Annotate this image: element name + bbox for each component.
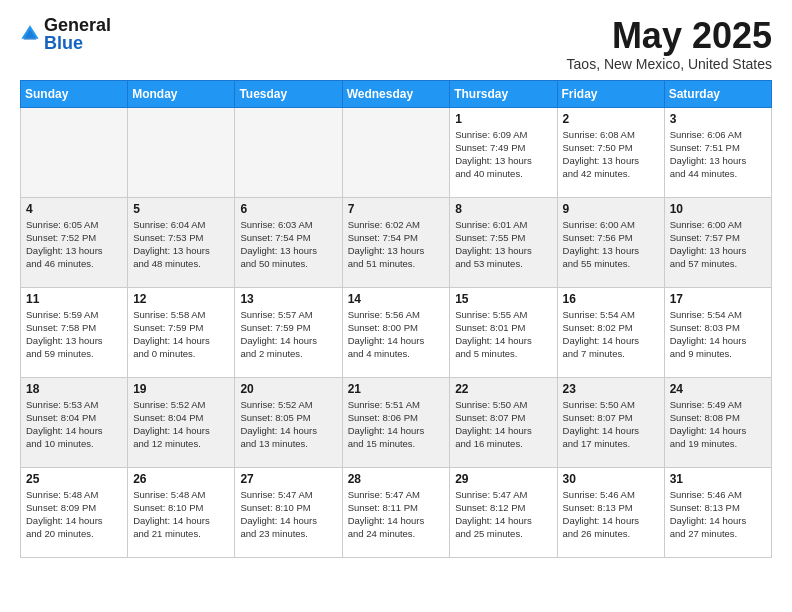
day-info: Sunrise: 6:06 AM Sunset: 7:51 PM Dayligh… bbox=[670, 128, 766, 181]
weekday-header-saturday: Saturday bbox=[664, 80, 771, 107]
day-number: 26 bbox=[133, 472, 229, 486]
calendar-week-row: 11Sunrise: 5:59 AM Sunset: 7:58 PM Dayli… bbox=[21, 287, 772, 377]
logo: General Blue bbox=[20, 16, 111, 52]
day-info: Sunrise: 6:00 AM Sunset: 7:57 PM Dayligh… bbox=[670, 218, 766, 271]
day-number: 10 bbox=[670, 202, 766, 216]
day-info: Sunrise: 5:50 AM Sunset: 8:07 PM Dayligh… bbox=[563, 398, 659, 451]
calendar-day-cell: 26Sunrise: 5:48 AM Sunset: 8:10 PM Dayli… bbox=[128, 467, 235, 557]
title-block: May 2025 Taos, New Mexico, United States bbox=[567, 16, 772, 72]
logo-blue-text: Blue bbox=[44, 34, 111, 52]
calendar-day-cell: 9Sunrise: 6:00 AM Sunset: 7:56 PM Daylig… bbox=[557, 197, 664, 287]
calendar-day-cell: 2Sunrise: 6:08 AM Sunset: 7:50 PM Daylig… bbox=[557, 107, 664, 197]
calendar-day-cell: 23Sunrise: 5:50 AM Sunset: 8:07 PM Dayli… bbox=[557, 377, 664, 467]
calendar-day-cell: 20Sunrise: 5:52 AM Sunset: 8:05 PM Dayli… bbox=[235, 377, 342, 467]
calendar-day-cell: 11Sunrise: 5:59 AM Sunset: 7:58 PM Dayli… bbox=[21, 287, 128, 377]
logo-icon bbox=[20, 24, 40, 44]
calendar-day-cell: 8Sunrise: 6:01 AM Sunset: 7:55 PM Daylig… bbox=[450, 197, 557, 287]
day-info: Sunrise: 5:46 AM Sunset: 8:13 PM Dayligh… bbox=[670, 488, 766, 541]
day-info: Sunrise: 5:52 AM Sunset: 8:04 PM Dayligh… bbox=[133, 398, 229, 451]
calendar-day-cell: 13Sunrise: 5:57 AM Sunset: 7:59 PM Dayli… bbox=[235, 287, 342, 377]
day-number: 8 bbox=[455, 202, 551, 216]
calendar-day-cell: 3Sunrise: 6:06 AM Sunset: 7:51 PM Daylig… bbox=[664, 107, 771, 197]
day-number: 27 bbox=[240, 472, 336, 486]
calendar-day-cell: 7Sunrise: 6:02 AM Sunset: 7:54 PM Daylig… bbox=[342, 197, 450, 287]
day-number: 9 bbox=[563, 202, 659, 216]
calendar-week-row: 25Sunrise: 5:48 AM Sunset: 8:09 PM Dayli… bbox=[21, 467, 772, 557]
day-number: 5 bbox=[133, 202, 229, 216]
day-number: 1 bbox=[455, 112, 551, 126]
calendar-day-cell: 27Sunrise: 5:47 AM Sunset: 8:10 PM Dayli… bbox=[235, 467, 342, 557]
calendar-day-cell: 12Sunrise: 5:58 AM Sunset: 7:59 PM Dayli… bbox=[128, 287, 235, 377]
day-info: Sunrise: 5:52 AM Sunset: 8:05 PM Dayligh… bbox=[240, 398, 336, 451]
calendar-day-cell: 25Sunrise: 5:48 AM Sunset: 8:09 PM Dayli… bbox=[21, 467, 128, 557]
weekday-header-wednesday: Wednesday bbox=[342, 80, 450, 107]
calendar-week-row: 4Sunrise: 6:05 AM Sunset: 7:52 PM Daylig… bbox=[21, 197, 772, 287]
day-info: Sunrise: 5:57 AM Sunset: 7:59 PM Dayligh… bbox=[240, 308, 336, 361]
weekday-header-tuesday: Tuesday bbox=[235, 80, 342, 107]
calendar-day-cell: 30Sunrise: 5:46 AM Sunset: 8:13 PM Dayli… bbox=[557, 467, 664, 557]
calendar-day-cell: 29Sunrise: 5:47 AM Sunset: 8:12 PM Dayli… bbox=[450, 467, 557, 557]
calendar-table: SundayMondayTuesdayWednesdayThursdayFrid… bbox=[20, 80, 772, 558]
calendar-day-cell: 24Sunrise: 5:49 AM Sunset: 8:08 PM Dayli… bbox=[664, 377, 771, 467]
day-info: Sunrise: 5:54 AM Sunset: 8:02 PM Dayligh… bbox=[563, 308, 659, 361]
day-info: Sunrise: 5:55 AM Sunset: 8:01 PM Dayligh… bbox=[455, 308, 551, 361]
day-info: Sunrise: 5:46 AM Sunset: 8:13 PM Dayligh… bbox=[563, 488, 659, 541]
calendar-day-cell: 6Sunrise: 6:03 AM Sunset: 7:54 PM Daylig… bbox=[235, 197, 342, 287]
day-info: Sunrise: 5:47 AM Sunset: 8:12 PM Dayligh… bbox=[455, 488, 551, 541]
day-number: 29 bbox=[455, 472, 551, 486]
calendar-day-cell: 5Sunrise: 6:04 AM Sunset: 7:53 PM Daylig… bbox=[128, 197, 235, 287]
day-number: 13 bbox=[240, 292, 336, 306]
calendar-day-cell: 28Sunrise: 5:47 AM Sunset: 8:11 PM Dayli… bbox=[342, 467, 450, 557]
day-number: 23 bbox=[563, 382, 659, 396]
day-info: Sunrise: 5:48 AM Sunset: 8:09 PM Dayligh… bbox=[26, 488, 122, 541]
day-info: Sunrise: 5:56 AM Sunset: 8:00 PM Dayligh… bbox=[348, 308, 445, 361]
calendar-day-cell bbox=[128, 107, 235, 197]
day-number: 12 bbox=[133, 292, 229, 306]
day-info: Sunrise: 6:00 AM Sunset: 7:56 PM Dayligh… bbox=[563, 218, 659, 271]
day-info: Sunrise: 6:01 AM Sunset: 7:55 PM Dayligh… bbox=[455, 218, 551, 271]
calendar-day-cell: 15Sunrise: 5:55 AM Sunset: 8:01 PM Dayli… bbox=[450, 287, 557, 377]
calendar-week-row: 1Sunrise: 6:09 AM Sunset: 7:49 PM Daylig… bbox=[21, 107, 772, 197]
day-number: 17 bbox=[670, 292, 766, 306]
calendar-day-cell bbox=[235, 107, 342, 197]
calendar-day-cell bbox=[342, 107, 450, 197]
weekday-header-monday: Monday bbox=[128, 80, 235, 107]
page-header: General Blue May 2025 Taos, New Mexico, … bbox=[20, 16, 772, 72]
day-info: Sunrise: 5:59 AM Sunset: 7:58 PM Dayligh… bbox=[26, 308, 122, 361]
calendar-day-cell: 16Sunrise: 5:54 AM Sunset: 8:02 PM Dayli… bbox=[557, 287, 664, 377]
day-number: 4 bbox=[26, 202, 122, 216]
calendar-day-cell: 21Sunrise: 5:51 AM Sunset: 8:06 PM Dayli… bbox=[342, 377, 450, 467]
day-info: Sunrise: 5:47 AM Sunset: 8:10 PM Dayligh… bbox=[240, 488, 336, 541]
calendar-day-cell bbox=[21, 107, 128, 197]
day-number: 18 bbox=[26, 382, 122, 396]
day-number: 24 bbox=[670, 382, 766, 396]
day-info: Sunrise: 6:05 AM Sunset: 7:52 PM Dayligh… bbox=[26, 218, 122, 271]
weekday-header-friday: Friday bbox=[557, 80, 664, 107]
calendar-day-cell: 4Sunrise: 6:05 AM Sunset: 7:52 PM Daylig… bbox=[21, 197, 128, 287]
day-number: 14 bbox=[348, 292, 445, 306]
day-number: 2 bbox=[563, 112, 659, 126]
day-info: Sunrise: 5:48 AM Sunset: 8:10 PM Dayligh… bbox=[133, 488, 229, 541]
day-number: 21 bbox=[348, 382, 445, 396]
page-container: General Blue May 2025 Taos, New Mexico, … bbox=[20, 16, 772, 558]
day-number: 22 bbox=[455, 382, 551, 396]
day-number: 20 bbox=[240, 382, 336, 396]
day-info: Sunrise: 5:47 AM Sunset: 8:11 PM Dayligh… bbox=[348, 488, 445, 541]
calendar-day-cell: 19Sunrise: 5:52 AM Sunset: 8:04 PM Dayli… bbox=[128, 377, 235, 467]
calendar-day-cell: 14Sunrise: 5:56 AM Sunset: 8:00 PM Dayli… bbox=[342, 287, 450, 377]
day-info: Sunrise: 6:09 AM Sunset: 7:49 PM Dayligh… bbox=[455, 128, 551, 181]
day-info: Sunrise: 5:54 AM Sunset: 8:03 PM Dayligh… bbox=[670, 308, 766, 361]
day-info: Sunrise: 6:04 AM Sunset: 7:53 PM Dayligh… bbox=[133, 218, 229, 271]
day-info: Sunrise: 5:58 AM Sunset: 7:59 PM Dayligh… bbox=[133, 308, 229, 361]
day-number: 19 bbox=[133, 382, 229, 396]
day-number: 16 bbox=[563, 292, 659, 306]
calendar-day-cell: 18Sunrise: 5:53 AM Sunset: 8:04 PM Dayli… bbox=[21, 377, 128, 467]
weekday-header-sunday: Sunday bbox=[21, 80, 128, 107]
day-info: Sunrise: 6:08 AM Sunset: 7:50 PM Dayligh… bbox=[563, 128, 659, 181]
weekday-header-row: SundayMondayTuesdayWednesdayThursdayFrid… bbox=[21, 80, 772, 107]
day-info: Sunrise: 6:02 AM Sunset: 7:54 PM Dayligh… bbox=[348, 218, 445, 271]
calendar-day-cell: 22Sunrise: 5:50 AM Sunset: 8:07 PM Dayli… bbox=[450, 377, 557, 467]
day-number: 11 bbox=[26, 292, 122, 306]
calendar-day-cell: 17Sunrise: 5:54 AM Sunset: 8:03 PM Dayli… bbox=[664, 287, 771, 377]
calendar-day-cell: 10Sunrise: 6:00 AM Sunset: 7:57 PM Dayli… bbox=[664, 197, 771, 287]
